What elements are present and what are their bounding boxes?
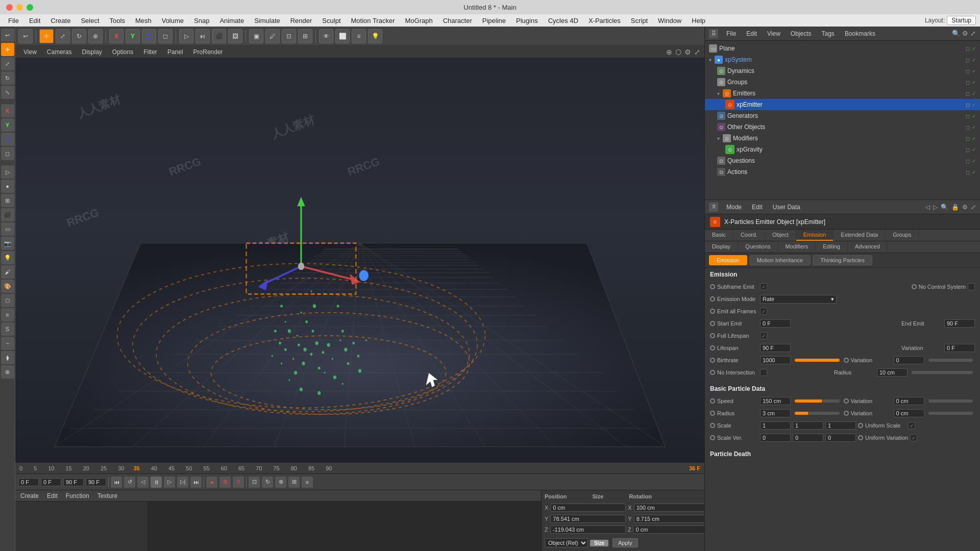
tool-spline[interactable]: ~ bbox=[1, 337, 14, 350]
xpsystem-collapse[interactable]: ▾ bbox=[709, 57, 712, 63]
em-tab-motion[interactable]: Motion Inheritance bbox=[749, 255, 811, 265]
tool-anim-record[interactable]: ● bbox=[1, 180, 14, 193]
no-control-radio[interactable] bbox=[912, 284, 917, 289]
pause-btn[interactable]: ⏸ bbox=[151, 477, 162, 488]
next-frame-btn[interactable]: ▷| bbox=[177, 477, 188, 488]
scene-item-questions[interactable]: ⊙ Questions ◻ ✓ bbox=[705, 155, 980, 166]
render-ir-btn[interactable]: ⬛ bbox=[212, 29, 226, 43]
scene-menu-view[interactable]: View bbox=[765, 29, 782, 38]
no-intersection-radio[interactable] bbox=[710, 370, 715, 375]
keyframe-extra-btn[interactable]: ≡ bbox=[302, 477, 313, 488]
emitters-vis[interactable]: ◻ bbox=[966, 91, 970, 96]
menu-character[interactable]: Character bbox=[439, 16, 476, 26]
menu-select[interactable]: Select bbox=[77, 16, 103, 26]
tool-render[interactable]: ▷ bbox=[1, 165, 14, 179]
keyframe-record-btn[interactable]: ⊕ bbox=[275, 477, 286, 488]
vp-menu-filter[interactable]: Filter bbox=[139, 47, 161, 57]
tool-perspective[interactable]: ⬛ bbox=[1, 208, 14, 221]
tool-cursor[interactable]: ✛ bbox=[1, 43, 14, 56]
menu-pipeline[interactable]: Pipeline bbox=[478, 16, 510, 26]
tab-extended-data[interactable]: Extended Data bbox=[834, 230, 886, 241]
light-btn[interactable]: 💡 bbox=[368, 29, 382, 43]
scene-menu-bookmarks[interactable]: Bookmarks bbox=[843, 29, 877, 38]
scene-settings-icon[interactable]: ⚙ bbox=[962, 30, 968, 37]
props-fwd-btn[interactable]: ▷ bbox=[933, 204, 938, 211]
tab-advanced[interactable]: Advanced bbox=[848, 241, 888, 253]
speed-radio[interactable] bbox=[710, 398, 715, 404]
keyframe-path-btn[interactable]: ⊞ bbox=[288, 477, 300, 488]
tab-display[interactable]: Display bbox=[705, 241, 738, 253]
generators-vis[interactable]: ◻ bbox=[966, 113, 970, 119]
end-emit-field[interactable] bbox=[944, 319, 975, 328]
pos-x-field[interactable] bbox=[550, 504, 626, 512]
vp-menu-options[interactable]: Options bbox=[108, 47, 137, 57]
tab-groups[interactable]: Groups bbox=[886, 230, 919, 241]
questions-vis[interactable]: ◻ bbox=[966, 158, 970, 164]
uniform-scale-radio[interactable] bbox=[858, 423, 863, 428]
no-intersection-check[interactable] bbox=[760, 369, 767, 376]
prev-frame-btn[interactable]: ◁ bbox=[137, 477, 149, 488]
birthrate-field[interactable] bbox=[760, 356, 791, 364]
tab-coord[interactable]: Coord. bbox=[733, 230, 765, 241]
props-search-icon[interactable]: 🔍 bbox=[941, 204, 948, 211]
menu-create[interactable]: Create bbox=[46, 16, 75, 26]
scene-menu-objects[interactable]: Objects bbox=[789, 29, 814, 38]
tool-layers[interactable]: ≡ bbox=[1, 308, 14, 321]
render-view-btn[interactable]: ▷ bbox=[179, 29, 193, 43]
menu-mesh[interactable]: Mesh bbox=[131, 16, 156, 26]
tool-y-axis[interactable]: Y bbox=[1, 118, 14, 132]
menu-mograph[interactable]: MoGraph bbox=[401, 16, 436, 26]
menu-xparticles[interactable]: X-Particles bbox=[584, 16, 625, 26]
viewport-grid-btn[interactable]: ⊞ bbox=[298, 29, 312, 43]
tool-rotate[interactable]: ↻ bbox=[1, 71, 14, 85]
dynamics-vis[interactable]: ◻ bbox=[966, 68, 970, 74]
props-menu-mode[interactable]: Mode bbox=[724, 203, 744, 212]
props-settings-icon[interactable]: ⚙ bbox=[962, 204, 968, 211]
frame-current-field[interactable] bbox=[41, 478, 61, 486]
xpgravity-vis[interactable]: ◻ bbox=[966, 147, 970, 153]
scale-field-2[interactable] bbox=[793, 421, 823, 430]
props-lock-icon[interactable]: 🔒 bbox=[951, 204, 959, 211]
speed-var-field[interactable] bbox=[894, 397, 924, 405]
vp-expand-btn[interactable]: ⬡ bbox=[675, 48, 681, 56]
props-expand-icon[interactable]: ⤢ bbox=[971, 204, 976, 211]
scale-tool[interactable]: ⤢ bbox=[56, 29, 70, 43]
menu-window[interactable]: Window bbox=[654, 16, 685, 26]
speed-var-slider[interactable] bbox=[928, 399, 973, 403]
radius-field[interactable] bbox=[760, 409, 791, 417]
tool-z-axis[interactable]: Z bbox=[1, 133, 14, 146]
kf-create[interactable]: Create bbox=[18, 491, 41, 500]
keyframe-loop-btn[interactable]: ↻ bbox=[262, 477, 273, 488]
tab-basic[interactable]: Basic bbox=[705, 230, 733, 241]
coord-mode-dropdown[interactable]: Object (Rel) bbox=[545, 538, 588, 547]
tool-scale[interactable]: ⤡ bbox=[1, 86, 14, 99]
keyframe-move-btn[interactable]: ⊡ bbox=[249, 477, 260, 488]
scale-field-1[interactable] bbox=[760, 421, 791, 430]
kf-function[interactable]: Function bbox=[64, 491, 91, 500]
layout-dropdown[interactable]: Startup bbox=[947, 16, 976, 25]
viewport[interactable]: View Cameras Display Options Filter Pane… bbox=[15, 46, 704, 462]
scene-item-groups[interactable]: ⊙ Groups ◻ ✓ bbox=[705, 77, 980, 88]
scene-expand-icon[interactable]: ⤢ bbox=[970, 30, 976, 37]
floor-btn[interactable]: ≡ bbox=[352, 29, 366, 43]
maximize-button[interactable] bbox=[27, 4, 33, 11]
scene-item-emitters[interactable]: ▾ ⊙ Emitters ◻ ✓ bbox=[705, 88, 980, 99]
menu-file[interactable]: File bbox=[4, 16, 23, 26]
frame-end-field[interactable] bbox=[63, 478, 84, 486]
radius-slider-bp[interactable] bbox=[795, 412, 840, 415]
scene-item-dynamics[interactable]: ⊙ Dynamics ◻ ✓ bbox=[705, 65, 980, 77]
scene-item-plane[interactable]: ▭ Plane ◻ ✓ bbox=[705, 43, 980, 54]
scene-item-modifiers[interactable]: ▾ ⊙ Modifiers ◻ ✓ bbox=[705, 133, 980, 144]
tool-brush[interactable]: 🖌 bbox=[1, 265, 14, 279]
close-button[interactable] bbox=[6, 4, 13, 11]
props-menu-userdata[interactable]: User Data bbox=[771, 203, 802, 212]
rotate-tool[interactable]: ↻ bbox=[72, 29, 86, 43]
subframe-check[interactable]: ✓ bbox=[760, 283, 767, 290]
menu-volume[interactable]: Volume bbox=[158, 16, 188, 26]
kf-edit[interactable]: Edit bbox=[45, 491, 60, 500]
tool-extra[interactable]: ⊕ bbox=[1, 365, 14, 379]
tool-camera[interactable]: 📷 bbox=[1, 237, 14, 250]
birthrate-var-field[interactable] bbox=[894, 356, 924, 364]
menu-motion-tracker[interactable]: Motion Tracker bbox=[347, 16, 399, 26]
move-tool[interactable]: ✛ bbox=[39, 29, 54, 43]
